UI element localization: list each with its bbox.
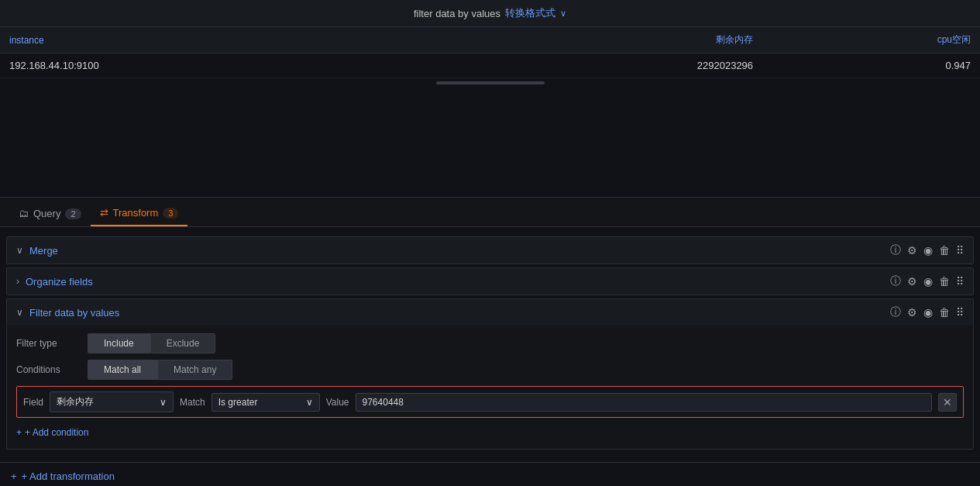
col-instance: instance <box>0 27 451 53</box>
tab-transform[interactable]: ⇄ Transform 3 <box>91 202 188 226</box>
transform-tab-icon: ⇄ <box>100 207 108 219</box>
filter-icons: ⓘ ⚙ ◉ 🗑 ⠿ <box>890 305 964 319</box>
bottom-panel: 🗂 Query 2 ⇄ Transform 3 ∨ Merge ⓘ ⚙ ◉ � <box>0 198 980 486</box>
data-table: instance 剩余内存 cpu空闲 192.168.44.10:9100 2… <box>0 27 980 78</box>
value-input[interactable] <box>356 393 932 412</box>
scroll-indicator <box>0 78 980 88</box>
tabs-row: 🗂 Query 2 ⇄ Transform 3 <box>0 198 980 227</box>
transform-organize: › Organize fields ⓘ ⚙ ◉ 🗑 ⠿ <box>6 267 974 295</box>
tab-query[interactable]: 🗂 Query 2 <box>9 203 91 226</box>
organize-header-left: › Organize fields <box>16 276 93 288</box>
filter-type-row: Filter type Include Exclude <box>16 333 964 353</box>
add-transform-label: + Add transformation <box>22 470 115 482</box>
field-label: Field <box>23 397 43 408</box>
conditions-row: Conditions Match all Match any <box>16 360 964 380</box>
title-text: filter data by values <box>414 8 500 19</box>
conditions-label: Conditions <box>16 364 78 375</box>
field-value: 剩余内存 <box>57 395 94 408</box>
table-row: 192.168.44.10:9100 2292023296 0.947 <box>0 53 980 78</box>
merge-info-icon[interactable]: ⓘ <box>890 243 901 257</box>
filter-type-toggle: Include Exclude <box>88 333 215 353</box>
field-select[interactable]: 剩余内存 ∨ <box>50 391 174 412</box>
transform-merge-header[interactable]: ∨ Merge ⓘ ⚙ ◉ 🗑 ⠿ <box>7 237 973 264</box>
organize-trash-icon[interactable]: 🗑 <box>939 275 950 288</box>
merge-drag-icon[interactable]: ⠿ <box>956 244 964 257</box>
merge-debug-icon[interactable]: ⚙ <box>907 244 917 257</box>
merge-eye-icon[interactable]: ◉ <box>923 244 933 257</box>
merge-title: Merge <box>29 245 58 257</box>
filter-collapse-icon: ∨ <box>16 307 23 318</box>
merge-collapse-icon: ∨ <box>16 245 23 256</box>
cell-instance: 192.168.44.10:9100 <box>0 53 451 78</box>
col-remaining-memory: 剩余内存 <box>451 27 762 53</box>
merge-icons: ⓘ ⚙ ◉ 🗑 ⠿ <box>890 243 964 257</box>
transform-filter: ∨ Filter data by values ⓘ ⚙ ◉ 🗑 ⠿ Filter… <box>6 298 974 450</box>
transforms-area: ∨ Merge ⓘ ⚙ ◉ 🗑 ⠿ › Organize fields <box>0 227 980 459</box>
organize-drag-icon[interactable]: ⠿ <box>956 275 964 288</box>
filter-type-label: Filter type <box>16 338 78 349</box>
condition-remove-button[interactable]: ✕ <box>938 393 957 412</box>
organize-collapse-icon: › <box>16 276 19 287</box>
value-label: Value <box>326 397 349 408</box>
query-tab-icon: 🗂 <box>19 208 29 219</box>
add-transform-plus: + <box>11 470 17 482</box>
organize-title: Organize fields <box>26 276 93 288</box>
condition-row: Field 剩余内存 ∨ Match Is greater ∨ Value ✕ <box>16 386 964 418</box>
match-toggle: Match all Match any <box>88 360 232 380</box>
transform-organize-header[interactable]: › Organize fields ⓘ ⚙ ◉ 🗑 ⠿ <box>7 268 973 295</box>
filter-header-left: ∨ Filter data by values <box>16 307 119 319</box>
filter-trash-icon[interactable]: 🗑 <box>939 306 950 319</box>
match-label: Match <box>180 397 205 408</box>
field-chevron-icon: ∨ <box>160 397 167 408</box>
add-transformation-row: + + Add transformation <box>0 462 980 486</box>
transform-filter-header[interactable]: ∨ Filter data by values ⓘ ⚙ ◉ 🗑 ⠿ <box>7 299 973 326</box>
title-bar: filter data by values 转换格式式 ∨ <box>0 0 980 27</box>
organize-debug-icon[interactable]: ⚙ <box>907 275 917 288</box>
exclude-button[interactable]: Exclude <box>150 333 216 353</box>
organize-eye-icon[interactable]: ◉ <box>923 275 933 288</box>
transform-tab-label: Transform <box>113 207 159 219</box>
filter-info-icon[interactable]: ⓘ <box>890 305 901 319</box>
filter-title: Filter data by values <box>29 307 119 319</box>
match-select[interactable]: Is greater ∨ <box>211 393 320 412</box>
close-icon: ✕ <box>943 396 952 408</box>
include-button[interactable]: Include <box>88 333 150 353</box>
match-chevron-icon: ∨ <box>306 397 313 408</box>
col-cpu-idle: cpu空闲 <box>762 27 980 53</box>
organize-icons: ⓘ ⚙ ◉ 🗑 ⠿ <box>890 274 964 288</box>
transform-tab-badge: 3 <box>163 208 178 219</box>
data-table-wrapper: instance 剩余内存 cpu空闲 192.168.44.10:9100 2… <box>0 27 980 198</box>
add-condition-plus: + <box>16 427 22 438</box>
filter-body: Filter type Include Exclude Conditions M… <box>7 326 973 449</box>
scroll-bar[interactable] <box>436 81 545 84</box>
query-tab-badge: 2 <box>65 209 81 219</box>
organize-info-icon[interactable]: ⓘ <box>890 274 901 288</box>
filter-drag-icon[interactable]: ⠿ <box>956 306 964 319</box>
match-all-button[interactable]: Match all <box>88 360 157 380</box>
filter-eye-icon[interactable]: ◉ <box>923 306 933 319</box>
add-condition-button[interactable]: + + Add condition <box>16 424 88 441</box>
add-condition-label: + Add condition <box>25 427 88 438</box>
match-any-button[interactable]: Match any <box>157 360 232 380</box>
cell-remaining-memory: 2292023296 <box>451 53 762 78</box>
add-transformation-button[interactable]: + + Add transformation <box>11 470 115 482</box>
filter-debug-icon[interactable]: ⚙ <box>907 306 917 319</box>
title-chevron[interactable]: ∨ <box>560 9 566 19</box>
merge-trash-icon[interactable]: 🗑 <box>939 244 950 257</box>
merge-header-left: ∨ Merge <box>16 245 58 257</box>
transform-merge: ∨ Merge ⓘ ⚙ ◉ 🗑 ⠿ <box>6 236 974 264</box>
cell-cpu-idle: 0.947 <box>762 53 980 78</box>
match-value: Is greater <box>218 397 258 408</box>
title-link[interactable]: 转换格式式 <box>505 6 555 20</box>
query-tab-label: Query <box>33 208 60 219</box>
